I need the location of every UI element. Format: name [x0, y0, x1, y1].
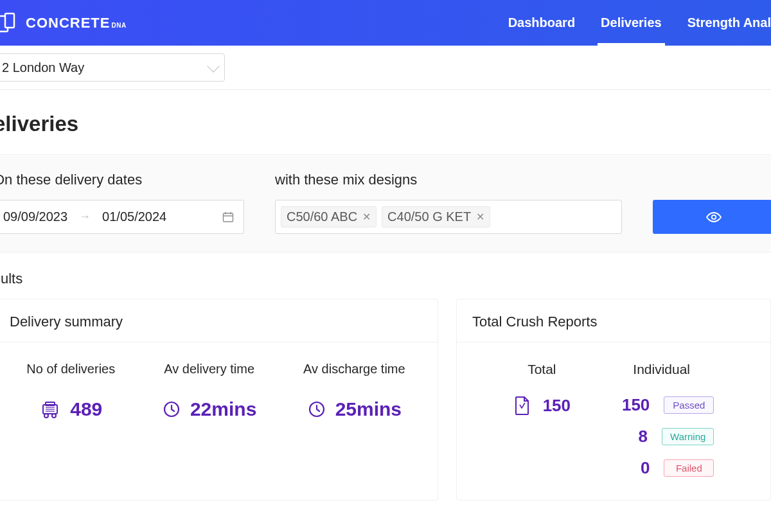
crush-individual-column: Individual 150 Passed 8 Warning 0 Failed [609, 362, 714, 478]
report-icon [513, 395, 531, 416]
crush-row-warning: 8 Warning [609, 427, 714, 447]
date-range-picker[interactable]: 09/09/2023 → 01/05/2024 [0, 200, 244, 234]
brand-text: CONCRETE DNA [26, 15, 127, 31]
crush-row-failed: 0 Failed [609, 458, 714, 478]
crush-row-value: 8 [609, 427, 648, 447]
app-header: CONCRETE DNA Dashboard Deliveries Streng… [0, 0, 771, 46]
view-button[interactable] [653, 200, 771, 234]
arrow-right-icon: → [79, 210, 91, 224]
brand-name: CONCRETE [26, 15, 110, 31]
crush-reports-card: Total Crush Reports Total 150 [456, 299, 771, 501]
crush-row-passed: 150 Passed [609, 395, 714, 415]
truck-icon [39, 398, 61, 420]
metric-discharge-time: Av discharge time 25mins [303, 362, 405, 420]
filter-dates-label: On these delivery dates [0, 172, 244, 188]
brand-suffix: DNA [111, 22, 126, 29]
brand-logo: CONCRETE DNA [0, 11, 127, 35]
delivery-summary-card: Delivery summary No of deliveries [0, 299, 438, 501]
svg-point-9 [44, 414, 48, 418]
svg-rect-2 [224, 213, 233, 222]
crush-total-value: 150 [543, 396, 571, 416]
metric-label: Av discharge time [303, 362, 405, 377]
mix-tag-label: C40/50 G KET [387, 209, 471, 224]
close-icon[interactable]: ✕ [476, 211, 484, 223]
crush-total-column: Total 150 [513, 362, 571, 478]
metric-value: 22mins [190, 398, 256, 420]
filter-dates: On these delivery dates 09/09/2023 → 01/… [0, 172, 244, 234]
main-nav: Dashboard Deliveries Strength Anal [508, 0, 771, 46]
svg-rect-8 [46, 402, 55, 405]
delivery-summary-title: Delivery summary [0, 299, 438, 342]
mix-tag: C40/50 G KET ✕ [382, 206, 490, 227]
mix-multiselect[interactable]: C50/60 ABC ✕ C40/50 G KET ✕ [275, 200, 622, 234]
crush-reports-title: Total Crush Reports [457, 299, 770, 342]
page-title: eliveries [0, 112, 771, 136]
mix-tag: C50/60 ABC ✕ [281, 206, 377, 227]
status-badge-passed: Passed [664, 396, 714, 414]
metric-value: 25mins [335, 398, 402, 420]
metric-label: No of deliveries [26, 362, 115, 377]
brand-icon [0, 11, 18, 35]
metric-label: Av delivery time [164, 362, 254, 377]
status-badge-warning: Warning [662, 428, 714, 445]
status-badge-failed: Failed [664, 459, 714, 477]
location-select[interactable]: 2 London Way [0, 53, 225, 82]
metric-delivery-time: Av delivery time 22mins [162, 362, 256, 420]
clock-icon [162, 400, 181, 419]
crush-row-value: 150 [611, 395, 650, 415]
nav-dashboard[interactable]: Dashboard [508, 0, 575, 46]
crush-row-value: 0 [611, 458, 650, 478]
date-from: 09/09/2023 [3, 209, 67, 224]
filter-mix: with these mix designs C50/60 ABC ✕ C40/… [275, 172, 622, 234]
filter-mix-label: with these mix designs [275, 172, 622, 188]
eye-icon [705, 209, 722, 226]
filter-bar: On these delivery dates 09/09/2023 → 01/… [0, 154, 771, 253]
metric-value: 489 [70, 398, 102, 420]
clock-icon [307, 400, 326, 419]
svg-point-10 [52, 414, 56, 418]
close-icon[interactable]: ✕ [362, 211, 371, 223]
mix-tag-label: C50/60 ABC [287, 209, 357, 224]
svg-rect-1 [5, 13, 14, 28]
crush-individual-label: Individual [609, 362, 714, 377]
cards-row: Delivery summary No of deliveries [0, 299, 771, 501]
svg-point-6 [712, 215, 716, 218]
calendar-icon [222, 211, 235, 224]
location-selected-value: 2 London Way [2, 60, 84, 75]
chevron-down-icon [207, 60, 220, 73]
location-bar: 2 London Way [0, 46, 771, 90]
crush-total-label: Total [513, 362, 571, 377]
nav-strength-analysis[interactable]: Strength Anal [687, 0, 771, 46]
results-heading: sults [0, 270, 771, 287]
nav-deliveries[interactable]: Deliveries [601, 0, 662, 46]
metric-delivery-count: No of deliveries [26, 362, 115, 420]
date-to: 01/05/2024 [102, 209, 166, 224]
